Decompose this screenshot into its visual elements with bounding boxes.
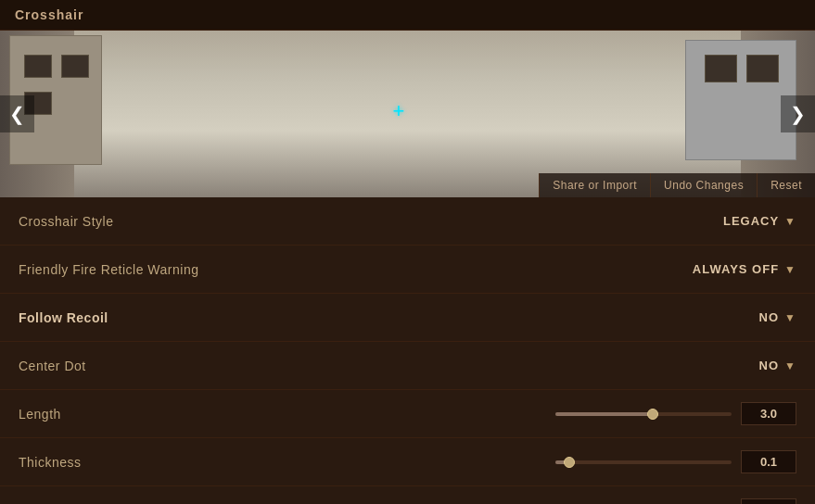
- settings-area: Crosshair Style LEGACY ▼ Friendly Fire R…: [0, 197, 815, 504]
- crosshair-style-value: LEGACY ▼: [723, 214, 796, 228]
- follow-recoil-text: NO: [759, 310, 780, 324]
- center-dot-text: NO: [759, 359, 780, 372]
- friendly-fire-dropdown[interactable]: ALWAYS OFF ▼: [693, 262, 796, 276]
- length-slider-container: 3.0: [555, 402, 796, 425]
- scene-building-right: [685, 40, 796, 160]
- thickness-row: Thickness 0.1: [0, 438, 815, 486]
- section-title: Crosshair: [0, 0, 815, 31]
- preview-area: ❮ ❯ Share or Import Undo Changes Reset: [0, 31, 815, 197]
- follow-recoil-dropdown[interactable]: NO ▼: [759, 310, 796, 324]
- follow-recoil-chevron: ▼: [784, 311, 796, 324]
- thickness-value-box: 0.1: [741, 450, 796, 473]
- friendly-fire-label: Friendly Fire Reticle Warning: [19, 262, 297, 277]
- length-label: Length: [19, 407, 297, 422]
- preview-actions: Share or Import Undo Changes Reset: [539, 173, 815, 197]
- scene-window-5: [746, 55, 779, 82]
- preview-scene: [0, 31, 815, 197]
- scene-window-2: [61, 55, 89, 78]
- scene-window-4: [705, 55, 737, 82]
- center-dot-label: Center Dot: [19, 359, 297, 373]
- crosshair-style-dropdown[interactable]: LEGACY ▼: [723, 214, 796, 228]
- share-import-button[interactable]: Share or Import: [539, 173, 650, 197]
- center-dot-dropdown[interactable]: NO ▼: [759, 359, 796, 372]
- length-value-box: 3.0: [741, 402, 796, 425]
- gap-value-box: -2.0: [741, 498, 796, 504]
- prev-arrow-button[interactable]: ❮: [0, 95, 34, 132]
- scene-window-1: [24, 55, 52, 78]
- follow-recoil-label: Follow Recoil: [19, 310, 297, 325]
- follow-recoil-value: NO ▼: [759, 310, 796, 324]
- thickness-slider-track[interactable]: [555, 460, 732, 464]
- friendly-fire-row: Friendly Fire Reticle Warning ALWAYS OFF…: [0, 246, 815, 294]
- crosshair-style-label: Crosshair Style: [19, 214, 297, 229]
- next-arrow-button[interactable]: ❯: [781, 95, 815, 132]
- thickness-slider-thumb[interactable]: [564, 457, 575, 468]
- reset-button[interactable]: Reset: [757, 173, 815, 197]
- gap-row: Gap -2.0: [0, 486, 815, 504]
- chevron-right-icon: ❯: [790, 103, 806, 125]
- thickness-slider-container: 0.1: [555, 450, 796, 473]
- crosshair-title: Crosshair: [15, 7, 83, 22]
- friendly-fire-text: ALWAYS OFF: [693, 262, 779, 276]
- center-dot-value: NO ▼: [759, 359, 796, 372]
- page-container: Crosshair ❮ ❯: [0, 0, 815, 504]
- chevron-left-icon: ❮: [9, 103, 25, 125]
- crosshair-style-text: LEGACY: [723, 214, 779, 228]
- thickness-label: Thickness: [19, 455, 297, 470]
- undo-changes-button[interactable]: Undo Changes: [650, 173, 757, 197]
- crosshair-style-row: Crosshair Style LEGACY ▼: [0, 197, 815, 246]
- center-dot-chevron: ▼: [784, 359, 796, 372]
- length-slider-track[interactable]: [555, 412, 732, 416]
- length-row: Length 3.0: [0, 390, 815, 438]
- center-dot-row: Center Dot NO ▼: [0, 342, 815, 390]
- length-slider-thumb[interactable]: [647, 409, 658, 420]
- gap-slider-container: -2.0: [555, 498, 796, 504]
- length-slider-fill: [555, 412, 653, 416]
- friendly-fire-chevron: ▼: [784, 263, 796, 276]
- follow-recoil-row: Follow Recoil NO ▼: [0, 294, 815, 342]
- crosshair-style-chevron: ▼: [784, 215, 796, 228]
- friendly-fire-value: ALWAYS OFF ▼: [693, 262, 796, 276]
- crosshair-preview: [399, 105, 417, 123]
